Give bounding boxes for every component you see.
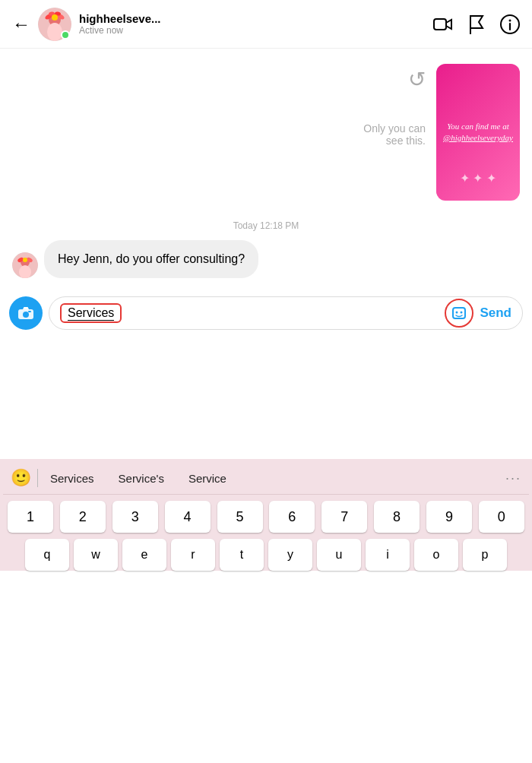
key-7[interactable]: 7 (321, 501, 367, 533)
only-you-text: Only you cansee this. (363, 92, 426, 147)
svg-point-24 (461, 312, 463, 314)
autocomplete-more-button[interactable]: ··· (505, 470, 521, 486)
undo-icon: ↺ (408, 67, 426, 92)
svg-point-6 (52, 14, 58, 21)
sticker-button[interactable] (445, 299, 473, 328)
input-bar: Services Send (0, 290, 532, 336)
story-card-text: You can find me at @highheelseveryday (443, 121, 513, 144)
message-bubble: Hey Jenn, do you offer consulting? (44, 240, 258, 278)
story-handle: @highheelseveryday (443, 133, 513, 142)
key-0[interactable]: 0 (479, 501, 524, 533)
video-call-button[interactable] (433, 14, 453, 34)
key-4[interactable]: 4 (165, 501, 211, 533)
svg-point-20 (23, 312, 29, 318)
key-t[interactable]: t (220, 539, 264, 571)
flag-button[interactable] (467, 14, 486, 34)
services-label-box: Services (60, 303, 122, 323)
emoji-suggest-icon: 🙂 (11, 468, 31, 488)
key-8[interactable]: 8 (374, 501, 420, 533)
avatar-wrap (38, 8, 71, 41)
key-r[interactable]: r (171, 539, 215, 571)
svg-point-11 (509, 19, 511, 21)
header: ← highheelseve... Active now (0, 0, 532, 49)
story-stars: ✦ ✦ ✦ (436, 171, 520, 185)
autocomplete-word-2[interactable]: Service's (119, 472, 164, 485)
header-icons (433, 14, 520, 34)
sender-avatar (12, 252, 38, 278)
autocomplete-row: 🙂 Services Service's Service ··· (3, 465, 529, 495)
info-button[interactable] (500, 14, 520, 34)
key-rows: 1 2 3 4 5 6 7 8 9 0 q w e r t y u i o p (3, 495, 529, 571)
key-5[interactable]: 5 (217, 501, 263, 533)
svg-point-7 (47, 23, 62, 41)
key-w[interactable]: w (74, 539, 118, 571)
number-row: 1 2 3 4 5 6 7 8 9 0 (5, 501, 527, 533)
svg-rect-21 (28, 311, 31, 312)
camera-button[interactable] (9, 296, 43, 330)
story-card: You can find me at @highheelseveryday ✦ … (436, 64, 520, 201)
key-i[interactable]: i (366, 539, 410, 571)
timestamp: Today 12:18 PM (0, 208, 532, 240)
username: highheelseve... (79, 12, 433, 25)
autocomplete-word-3[interactable]: Service (188, 472, 226, 485)
key-q[interactable]: q (25, 539, 69, 571)
letter-row-1: q w e r t y u i o p (5, 539, 527, 571)
key-u[interactable]: u (317, 539, 361, 571)
svg-point-17 (23, 258, 27, 262)
chat-area: ↺ Only you cansee this. You can find me … (0, 49, 532, 459)
status-text: Active now (79, 25, 433, 36)
key-e[interactable]: e (122, 539, 166, 571)
keyboard-area: 🙂 Services Service's Service ··· 1 2 3 4… (0, 459, 532, 571)
divider (37, 469, 38, 487)
user-info: highheelseve... Active now (79, 12, 433, 36)
back-button[interactable]: ← (12, 14, 30, 35)
message-row: Hey Jenn, do you offer consulting? (0, 240, 532, 290)
story-area: ↺ Only you cansee this. You can find me … (0, 49, 532, 208)
input-right-actions: Send (445, 299, 511, 328)
send-button[interactable]: Send (480, 306, 511, 321)
key-o[interactable]: o (414, 539, 458, 571)
input-field[interactable]: Services Send (49, 296, 523, 330)
key-y[interactable]: y (268, 539, 312, 571)
online-indicator (61, 30, 70, 40)
key-9[interactable]: 9 (426, 501, 472, 533)
services-text: Services (68, 306, 114, 321)
svg-point-23 (456, 312, 458, 314)
key-2[interactable]: 2 (60, 501, 106, 533)
key-3[interactable]: 3 (112, 501, 158, 533)
svg-rect-8 (434, 19, 446, 30)
key-6[interactable]: 6 (269, 501, 315, 533)
key-p[interactable]: p (463, 539, 507, 571)
key-1[interactable]: 1 (8, 501, 53, 533)
autocomplete-word-1[interactable]: Services (50, 472, 94, 485)
